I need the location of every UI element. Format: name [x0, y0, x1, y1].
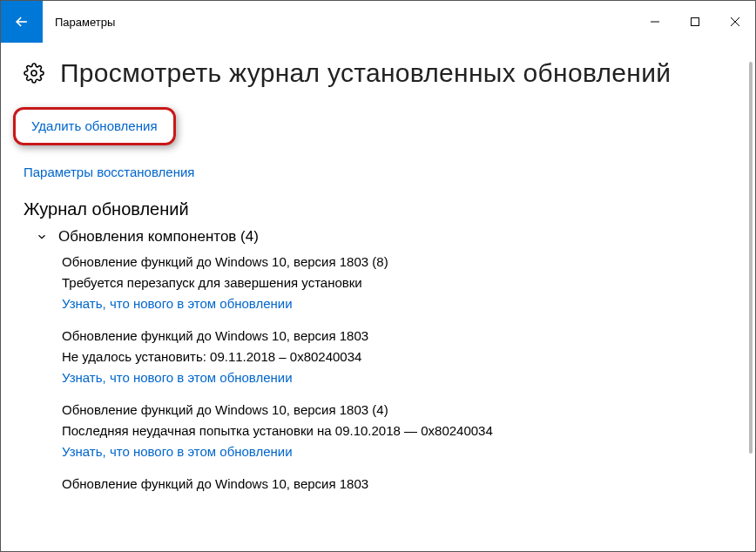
maximize-icon	[690, 17, 700, 27]
update-title: Обновление функций до Windows 10, версия…	[62, 254, 732, 269]
whats-new-link[interactable]: Узнать, что нового в этом обновлении	[62, 370, 732, 385]
svg-rect-1	[692, 18, 699, 26]
titlebar: Параметры	[1, 1, 755, 43]
update-entry: Обновление функций до Windows 10, версия…	[62, 254, 732, 311]
update-entry: Обновление функций до Windows 10, версия…	[62, 328, 732, 385]
maximize-button[interactable]	[675, 8, 715, 36]
history-heading: Журнал обновлений	[24, 199, 732, 219]
update-entry: Обновление функций до Windows 10, версия…	[62, 476, 732, 491]
minimize-button[interactable]	[635, 8, 675, 36]
scrollbar[interactable]	[748, 44, 753, 532]
whats-new-link[interactable]: Узнать, что нового в этом обновлении	[62, 296, 732, 311]
update-entry: Обновление функций до Windows 10, версия…	[62, 402, 732, 459]
content-area: Просмотреть журнал установленных обновле…	[1, 43, 755, 491]
minimize-icon	[650, 17, 660, 27]
scrollbar-thumb[interactable]	[749, 62, 753, 454]
group-label: Обновления компонентов (4)	[58, 228, 259, 246]
uninstall-updates-link[interactable]: Удалить обновления	[31, 118, 158, 133]
close-icon	[730, 17, 740, 27]
back-button[interactable]	[1, 1, 43, 43]
highlight-annotation: Удалить обновления	[13, 107, 176, 145]
uninstall-link-wrapper: Удалить обновления	[24, 107, 732, 152]
page-title: Просмотреть журнал установленных обновле…	[60, 58, 671, 88]
window-title: Параметры	[55, 16, 115, 29]
update-status: Требуется перезапуск для завершения уста…	[62, 275, 732, 290]
component-updates-group[interactable]: Обновления компонентов (4)	[34, 228, 732, 246]
window-controls	[635, 1, 755, 43]
close-button[interactable]	[715, 8, 755, 36]
page-header: Просмотреть журнал установленных обновле…	[24, 58, 732, 88]
chevron-down-icon	[34, 231, 50, 243]
update-title: Обновление функций до Windows 10, версия…	[62, 328, 732, 343]
recovery-options-link[interactable]: Параметры восстановления	[24, 165, 194, 179]
gear-icon	[24, 63, 44, 84]
whats-new-link[interactable]: Узнать, что нового в этом обновлении	[62, 444, 732, 459]
update-title: Обновление функций до Windows 10, версия…	[62, 402, 732, 417]
update-status: Последняя неудачная попытка установки на…	[62, 423, 732, 438]
recovery-link-wrapper: Параметры восстановления	[24, 165, 732, 180]
arrow-left-icon	[13, 13, 30, 30]
svg-point-4	[31, 71, 37, 76]
update-title: Обновление функций до Windows 10, версия…	[62, 476, 732, 491]
update-status: Не удалось установить: 09.11.2018 – 0x80…	[62, 349, 732, 364]
